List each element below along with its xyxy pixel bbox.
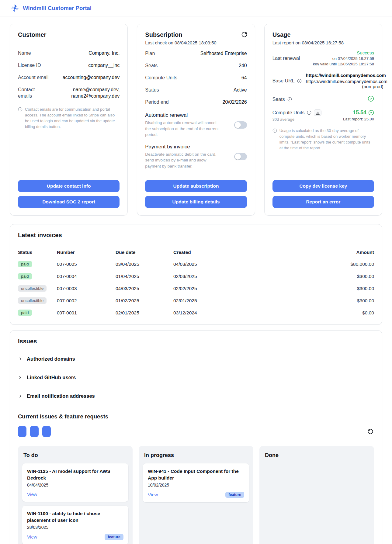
kanban-column: In progress WIN-941 - Code Input Compone… [139,446,253,544]
status-badge: paid [18,261,32,267]
chevron-right-icon [18,357,23,361]
accordion-row[interactable]: Linked GitHub users [18,368,374,387]
update-subscription-button[interactable]: Update subscription [145,180,247,192]
usage-note-text: Usage is calculated as the 30-day averag… [279,128,374,151]
view-link[interactable]: View [148,492,158,497]
field-row: Status Active [145,87,247,93]
field-label: Name [18,50,31,56]
invoice-amount: $300.00 [322,298,374,303]
issue-card[interactable]: WIN-1125 - AI model support for AWS Bedr… [22,463,128,502]
compute-units-sublabel: 30d average [272,117,322,122]
subscription-card: Subscription Last check on 08/04/2025 18… [137,24,255,216]
toggle-switch[interactable] [234,121,247,129]
toggle-row: Automatic renewal Disabling automatic re… [145,112,247,138]
kanban-column: To do WIN-1125 - AI model support for AW… [18,446,133,544]
field-value: Active [234,87,247,93]
status-badge: uncollectible [18,285,47,292]
invoices-header-row: Status Number Due date Created Amount [18,250,374,255]
invoice-number: 007-0001 [57,310,116,316]
last-renewal-value: Success on 07/04/2025 18:27:59 key valid… [313,50,374,66]
invoice-amount: $300.00 [322,286,374,291]
field-label: Compute Units [145,74,177,81]
issue-card-date: 04/04/2025 [27,483,123,487]
report-an-error-button[interactable]: Report an error [272,196,374,208]
issue-card[interactable]: WIN-941 - Code Input Component for the A… [143,463,249,502]
new-issue-button[interactable] [42,426,51,437]
issue-card-footer: View feature [27,534,123,540]
invoice-created-date: 02/02/2025 [173,286,322,291]
accordion-row[interactable]: Authorized domains [18,350,374,368]
toggle-label: Automatic renewal [145,112,229,118]
column-header-number: Number [57,250,116,255]
field-label: Seats [145,62,158,69]
invoice-amount: $80,000.00 [322,262,374,267]
view-link[interactable]: View [27,492,37,497]
seats-label-text: Seats [272,97,285,102]
field-label: Period end [145,99,168,105]
new-issue-button[interactable] [18,426,26,437]
invoice-created-date: 02/03/2025 [173,274,322,279]
invoice-row: paid 007-0004 01/04/2025 02/03/2025 $300… [18,273,374,279]
issue-card-footer: View feature [148,492,244,498]
update-billing-details-button[interactable]: Update billing details [145,196,247,208]
latest-invoices-card: Latest invoices Status Number Due date C… [10,224,382,325]
bar-chart-icon [315,110,320,115]
column-header-amount: Amount [322,250,374,255]
compute-units-chart-button[interactable] [314,109,321,116]
invoice-amount: $300.00 [322,274,374,279]
toggle-description: Deactivate automatic debit on the card, … [145,151,223,169]
compute-units-value-row: 15.54 [343,109,374,116]
last-renewal-row: Last renewal Success on 07/04/2025 18:27… [272,50,374,66]
feature-badge: feature [105,534,123,540]
accordion-row[interactable]: Email notification addresses [18,387,374,405]
renewal-status: Success [313,50,374,55]
check-circle-icon [368,110,374,116]
base-url-label: Base URL [272,73,302,89]
invoice-row: paid 007-0001 02/01/2025 03/12/2024 $0.0… [18,310,374,316]
new-issue-button[interactable] [30,426,39,437]
invoice-number: 007-0002 [57,298,116,303]
issues-accordions: Authorized domains Linked GitHub users E… [18,350,374,405]
info-icon [287,97,292,102]
field-label: Contact emails [18,86,49,99]
subscription-buttons: Update subscription Update billing detai… [145,175,247,208]
compute-units-row: Compute Units 30d average 15.54 [272,109,374,122]
invoice-status-cell: paid [18,261,57,267]
chevron-right-icon [18,394,23,398]
compute-units-value: 15.54 [353,109,366,116]
subscription-refresh-button[interactable] [241,31,248,38]
invoices-rows: paid 007-0005 03/04/2025 04/03/2025 $80,… [18,255,374,316]
invoices-title: Latest invoices [18,232,374,239]
invoice-row: uncollectible 007-0003 04/03/2025 02/02/… [18,285,374,292]
toggle-label: Payment by invoice [145,144,229,150]
toggle-description: Disabling automatic renewal will cancel … [145,120,223,138]
invoice-due-date: 04/03/2025 [116,286,173,291]
app-header: Windmill Customer Portal [0,0,392,16]
invoice-due-date: 02/01/2025 [116,310,173,316]
base-url-label-text: Base URL [272,78,295,84]
toggle-switch[interactable] [234,153,247,160]
renewal-key-valid: key valid until 12/05/2025 18:27:58 [313,62,374,66]
copy-dev-license-key-button[interactable]: Copy dev license key [272,180,374,192]
issues-refresh-button[interactable] [367,428,374,435]
field-label: Status [145,87,159,93]
invoice-status-cell: paid [18,273,57,279]
update-contact-info-button[interactable]: Update contact info [18,180,120,192]
issue-card[interactable]: WIN-1100 - ability to hide / chose place… [22,506,128,544]
invoice-status-cell: paid [18,310,57,316]
invoice-due-date: 01/02/2025 [116,298,173,303]
status-badge: paid [18,273,32,279]
issue-actions-row [18,426,374,437]
view-link[interactable]: View [27,534,37,540]
download-soc2-report-button[interactable]: Download SOC 2 report [18,196,120,208]
kanban-column-title: To do [23,452,127,459]
chevron-right-icon [18,375,23,380]
invoice-amount: $0.00 [322,310,374,316]
field-row: Compute Units 64 [145,74,247,81]
usage-fields: Last renewal Success on 07/04/2025 18:27… [272,50,374,151]
accordion-label: Email notification addresses [27,393,95,399]
customer-card: Customer Name Company, Inc. License ID c… [10,24,128,216]
kanban-cards: WIN-941 - Code Input Component for the A… [143,463,249,502]
usage-last-report: Last report on 08/04/2025 16:27:58 [272,40,374,45]
compute-units-label-text: Compute Units [272,110,305,116]
